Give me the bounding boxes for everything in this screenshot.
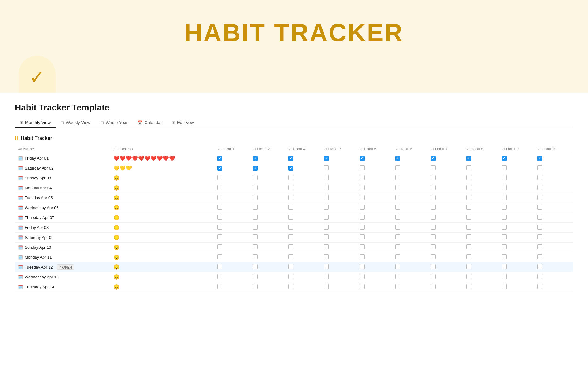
checkbox-checked[interactable] [360, 156, 365, 161]
tab-monthly-view[interactable]: ⊞ Monthly View [15, 118, 56, 128]
checkbox-unchecked[interactable] [537, 264, 542, 269]
checkbox-unchecked[interactable] [217, 225, 222, 230]
habit-cell-6-8[interactable] [499, 213, 534, 223]
checkbox-unchecked[interactable] [360, 284, 365, 289]
habit-cell-6-6[interactable] [428, 213, 463, 223]
checkbox-unchecked[interactable] [431, 185, 436, 190]
habit-cell-1-6[interactable] [428, 163, 463, 173]
checkbox-unchecked[interactable] [431, 205, 436, 210]
habit-cell-2-7[interactable] [463, 173, 499, 183]
habit-cell-3-8[interactable] [499, 183, 534, 193]
habit-cell-10-7[interactable] [463, 252, 499, 262]
habit-cell-0-7[interactable] [463, 153, 499, 163]
checkbox-unchecked[interactable] [217, 215, 222, 220]
checkbox-unchecked[interactable] [288, 234, 293, 239]
checkbox-unchecked[interactable] [431, 264, 436, 269]
checkbox-unchecked[interactable] [395, 225, 400, 230]
checkbox-unchecked[interactable] [288, 215, 293, 220]
habit-cell-7-6[interactable] [428, 223, 463, 233]
checkbox-unchecked[interactable] [217, 284, 222, 289]
habit-cell-7-4[interactable] [357, 223, 392, 233]
checkbox-unchecked[interactable] [288, 195, 293, 200]
checkbox-unchecked[interactable] [324, 234, 329, 239]
checkbox-checked[interactable] [537, 156, 542, 161]
checkbox-unchecked[interactable] [288, 244, 293, 249]
checkbox-unchecked[interactable] [360, 205, 365, 210]
checkbox-unchecked[interactable] [395, 195, 400, 200]
checkbox-unchecked[interactable] [466, 225, 471, 230]
habit-cell-7-8[interactable] [499, 223, 534, 233]
habit-cell-8-7[interactable] [463, 233, 499, 243]
habit-cell-9-3[interactable] [321, 243, 356, 252]
habit-cell-3-2[interactable] [285, 183, 321, 193]
checkbox-unchecked[interactable] [360, 185, 365, 190]
habit-cell-3-9[interactable] [534, 183, 573, 193]
habit-cell-2-3[interactable] [321, 173, 356, 183]
habit-cell-11-0[interactable] [214, 262, 250, 272]
habit-cell-1-3[interactable] [321, 163, 356, 173]
habit-cell-12-9[interactable] [534, 272, 573, 282]
habit-cell-12-6[interactable] [428, 272, 463, 282]
checkbox-unchecked[interactable] [217, 264, 222, 269]
checkbox-checked[interactable] [502, 156, 507, 161]
checkbox-unchecked[interactable] [360, 254, 365, 259]
checkbox-unchecked[interactable] [466, 274, 471, 279]
habit-cell-7-9[interactable] [534, 223, 573, 233]
tab-weekly-view[interactable]: ⊞ Weekly View [56, 118, 95, 128]
habit-cell-13-2[interactable] [285, 282, 321, 292]
habit-cell-4-3[interactable] [321, 193, 356, 203]
checkbox-unchecked[interactable] [253, 185, 258, 190]
habit-cell-9-8[interactable] [499, 243, 534, 252]
checkbox-unchecked[interactable] [502, 284, 507, 289]
habit-cell-12-7[interactable] [463, 272, 499, 282]
checkbox-unchecked[interactable] [288, 205, 293, 210]
checkbox-unchecked[interactable] [324, 274, 329, 279]
habit-cell-13-6[interactable] [428, 282, 463, 292]
checkbox-unchecked[interactable] [395, 284, 400, 289]
habit-cell-13-5[interactable] [392, 282, 428, 292]
checkbox-unchecked[interactable] [502, 175, 507, 180]
habit-cell-8-9[interactable] [534, 233, 573, 243]
habit-cell-4-4[interactable] [357, 193, 392, 203]
habit-cell-3-3[interactable] [321, 183, 356, 193]
habit-cell-11-7[interactable] [463, 262, 499, 272]
checkbox-unchecked[interactable] [324, 185, 329, 190]
checkbox-unchecked[interactable] [324, 195, 329, 200]
habit-cell-5-3[interactable] [321, 203, 356, 213]
checkbox-unchecked[interactable] [502, 205, 507, 210]
habit-cell-0-4[interactable] [357, 153, 392, 163]
checkbox-unchecked[interactable] [502, 274, 507, 279]
checkbox-unchecked[interactable] [217, 254, 222, 259]
checkbox-unchecked[interactable] [431, 195, 436, 200]
checkbox-unchecked[interactable] [288, 175, 293, 180]
checkbox-unchecked[interactable] [537, 165, 542, 170]
habit-cell-1-2[interactable] [285, 163, 321, 173]
checkbox-unchecked[interactable] [466, 195, 471, 200]
habit-cell-13-3[interactable] [321, 282, 356, 292]
checkbox-checked[interactable] [253, 166, 258, 171]
checkbox-unchecked[interactable] [217, 195, 222, 200]
habit-cell-6-0[interactable] [214, 213, 250, 223]
checkbox-unchecked[interactable] [431, 215, 436, 220]
checkbox-unchecked[interactable] [360, 195, 365, 200]
habit-cell-0-5[interactable] [392, 153, 428, 163]
checkbox-unchecked[interactable] [431, 284, 436, 289]
checkbox-unchecked[interactable] [502, 254, 507, 259]
checkbox-unchecked[interactable] [360, 264, 365, 269]
habit-cell-5-9[interactable] [534, 203, 573, 213]
habit-cell-7-5[interactable] [392, 223, 428, 233]
habit-cell-0-6[interactable] [428, 153, 463, 163]
checkbox-unchecked[interactable] [217, 274, 222, 279]
habit-cell-7-3[interactable] [321, 223, 356, 233]
checkbox-unchecked[interactable] [217, 234, 222, 239]
habit-cell-0-0[interactable] [214, 153, 250, 163]
habit-cell-12-0[interactable] [214, 272, 250, 282]
checkbox-unchecked[interactable] [360, 215, 365, 220]
checkbox-unchecked[interactable] [502, 244, 507, 249]
habit-cell-6-3[interactable] [321, 213, 356, 223]
checkbox-unchecked[interactable] [537, 225, 542, 230]
habit-cell-5-8[interactable] [499, 203, 534, 213]
checkbox-unchecked[interactable] [288, 284, 293, 289]
habit-cell-1-5[interactable] [392, 163, 428, 173]
habit-cell-1-8[interactable] [499, 163, 534, 173]
